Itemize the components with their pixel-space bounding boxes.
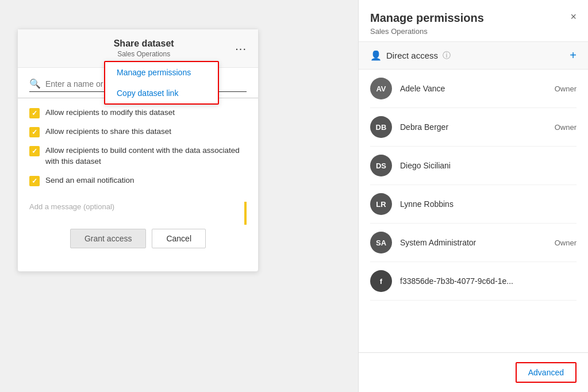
info-icon[interactable]: ⓘ [443,51,451,61]
checkbox-modify-box[interactable] [29,108,40,118]
copy-link-menu-item[interactable]: Copy dataset link [105,83,218,103]
user-avatar: DS [370,155,392,176]
checkbox-share-label: Allow recipients to share this dataset [45,126,171,137]
menu-trigger[interactable]: ··· [235,42,247,55]
share-panel-subtitle: Sales Operations [114,50,174,58]
user-avatar: LR [370,193,392,215]
cancel-button[interactable]: Cancel [152,229,206,248]
user-avatar: DB [370,116,392,138]
share-panel-title: Share dataset [114,39,174,49]
direct-access-left: 👤 Direct access ⓘ [370,50,451,61]
user-item: DSDiego Siciliani [370,147,577,185]
direct-access-header: 👤 Direct access ⓘ + [359,42,588,70]
user-item: SASystem AdministratorOwner [370,224,577,262]
message-placeholder: Add a message (optional) [29,202,114,211]
checkbox-email-box[interactable] [29,176,40,186]
direct-access-label: Direct access [386,51,438,60]
user-item: DBDebra BergerOwner [370,108,577,147]
context-menu: Manage permissions Copy dataset link [104,61,219,105]
manage-title: Manage permissions [370,11,484,25]
add-user-icon[interactable]: + [570,49,577,62]
checkbox-build-label: Allow recipients to build content with t… [45,145,247,167]
user-name: Debra Berger [400,122,547,132]
user-name: Adele Vance [400,84,547,93]
checkbox-build: Allow recipients to build content with t… [29,145,247,167]
user-name: Lynne Robbins [400,199,577,209]
user-item: AVAdele VanceOwner [370,70,577,108]
advanced-section: Advanced [359,352,588,392]
checkbox-modify: Allow recipients to modify this dataset [29,107,247,118]
checkbox-modify-label: Allow recipients to modify this dataset [45,107,175,118]
user-item: LRLynne Robbins [370,185,577,224]
dots-icon: ··· [235,42,247,55]
user-role: Owner [555,123,577,132]
checkbox-share: Allow recipients to share this dataset [29,126,247,137]
user-role: Owner [555,239,577,247]
user-avatar: f [370,270,392,292]
manage-header-text: Manage permissions Sales Operations [370,11,484,36]
buttons-section: Grant access Cancel [18,223,258,254]
search-icon: 🔍 [29,78,41,89]
user-name: f33856de-7b3b-4077-9c6d-1e... [400,276,577,286]
user-list: AVAdele VanceOwnerDBDebra BergerOwnerDSD… [359,70,588,352]
manage-subtitle: Sales Operations [370,27,484,36]
message-section: Add a message (optional) [18,195,258,223]
screen: Share dataset Sales Operations ··· Manag… [0,0,588,392]
close-button[interactable]: × [570,11,577,22]
manage-header: Manage permissions Sales Operations × [359,0,588,42]
user-item: ff33856de-7b3b-4077-9c6d-1e... [370,262,577,301]
advanced-button[interactable]: Advanced [516,362,577,383]
manage-panel: Manage permissions Sales Operations × 👤 … [358,0,588,392]
user-role: Owner [555,84,577,93]
user-avatar: AV [370,78,392,99]
checkbox-email-label: Send an email notification [45,175,134,186]
share-panel: Share dataset Sales Operations ··· Manag… [17,29,259,272]
checkbox-build-box[interactable] [29,146,40,156]
share-panel-title-block: Share dataset Sales Operations [114,39,174,58]
user-avatar: SA [370,232,392,253]
share-panel-wrapper: Share dataset Sales Operations ··· Manag… [17,29,259,272]
direct-access-icon: 👤 [370,50,382,61]
checkbox-share-box[interactable] [29,127,40,137]
user-name: System Administrator [400,238,547,247]
grant-access-button[interactable]: Grant access [70,229,146,248]
checkbox-email: Send an email notification [29,175,247,186]
manage-permissions-menu-item[interactable]: Manage permissions [105,62,218,83]
accent-bar [244,202,247,225]
user-name: Diego Siciliani [400,161,577,170]
checkboxes-section: Allow recipients to modify this dataset … [18,98,258,195]
